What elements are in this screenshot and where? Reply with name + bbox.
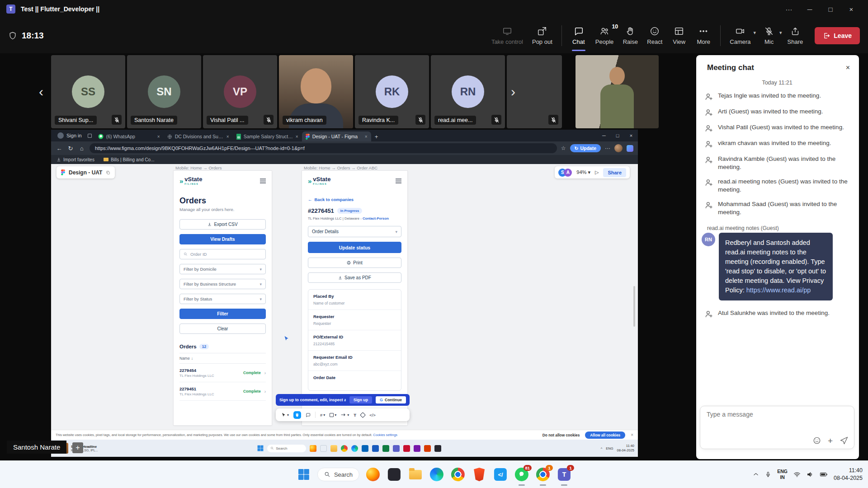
maximize-button[interactable]: □: [820, 0, 841, 18]
app-icon[interactable]: [393, 445, 400, 452]
home-icon[interactable]: ⌂: [78, 145, 85, 152]
filter-button[interactable]: Filter: [179, 309, 266, 319]
hamburger-menu-icon[interactable]: [260, 178, 266, 183]
react-button[interactable]: React: [642, 24, 667, 47]
participant-tile-video[interactable]: [576, 55, 659, 128]
chat-button[interactable]: Chat: [566, 24, 591, 47]
app-icon[interactable]: [320, 445, 327, 452]
browser-profile-button[interactable]: Sign in: [54, 132, 85, 139]
participant-tile[interactable]: VP Vishal Patil ...: [203, 55, 277, 128]
pop-out-button[interactable]: Pop out: [528, 24, 557, 47]
hamburger-menu-icon[interactable]: [396, 178, 401, 183]
orders-name-column-header[interactable]: Name↓: [179, 353, 266, 364]
emoji-icon[interactable]: [813, 436, 821, 445]
strip-scroll-left-button[interactable]: ‹: [34, 83, 48, 100]
privacy-policy-link[interactable]: https://www.read.ai/pp: [746, 286, 811, 294]
mic-button[interactable]: Mic: [757, 24, 781, 47]
clock[interactable]: 11:4008-04-2025: [617, 444, 634, 453]
browser-maximize-button[interactable]: □: [611, 130, 624, 141]
tray-chevron-icon[interactable]: ^: [601, 446, 603, 450]
filter-business-structure-select[interactable]: Filter by Business Structure▾: [179, 279, 266, 289]
app-icon[interactable]: [403, 445, 410, 452]
tab-close-icon[interactable]: ×: [296, 134, 298, 139]
view-button[interactable]: View: [667, 24, 691, 47]
order-id-search-input[interactable]: Order ID: [179, 249, 266, 259]
vertical-tabs-icon[interactable]: [85, 131, 94, 140]
filter-domicile-select[interactable]: Filter by Domicile▾: [179, 264, 266, 274]
deny-cookies-button[interactable]: Do not allow cookies: [542, 433, 580, 437]
browser-tab-active[interactable]: Design - UAT - Figma ×: [302, 131, 371, 141]
language-indicator[interactable]: ENG: [606, 446, 613, 450]
present-play-icon[interactable]: ▷: [595, 169, 599, 175]
view-drafts-button[interactable]: View Drafts: [179, 234, 266, 244]
order-details-select[interactable]: Order Details▾: [308, 226, 401, 237]
taskbar-app-edge[interactable]: [429, 467, 444, 482]
more-button[interactable]: More: [691, 24, 716, 47]
wifi-icon[interactable]: [793, 471, 801, 478]
taskbar-app-firefox[interactable]: [365, 467, 381, 482]
browser-tab[interactable]: Sample Salary Structure with cal... ×: [233, 131, 302, 141]
message-input[interactable]: [707, 411, 848, 418]
language-switcher[interactable]: ENGIN: [777, 469, 788, 480]
clear-button[interactable]: Clear: [179, 324, 266, 334]
import-favorites-button[interactable]: Import favorites: [57, 157, 94, 162]
copilot-sidebar-icon[interactable]: [627, 145, 633, 152]
tab-close-icon[interactable]: ×: [365, 134, 368, 139]
cookie-close-icon[interactable]: ×: [631, 432, 633, 437]
move-tool-icon[interactable]: ▾: [281, 413, 289, 418]
copy-icon[interactable]: [106, 170, 110, 175]
leave-button[interactable]: Leave: [815, 27, 860, 44]
component-tool-icon[interactable]: [361, 413, 365, 417]
update-status-button[interactable]: Update status: [308, 242, 401, 253]
share-button[interactable]: Share: [783, 24, 808, 47]
tab-close-icon[interactable]: ×: [226, 134, 229, 139]
google-continue-button[interactable]: GContinue: [376, 396, 406, 404]
app-icon[interactable]: [362, 445, 368, 452]
app-icon[interactable]: [414, 445, 420, 452]
app-icon[interactable]: [351, 445, 358, 452]
avatar[interactable]: A: [564, 169, 572, 177]
order-row[interactable]: 2279454TL Flex Holdings LLC Complete ›: [179, 364, 266, 382]
new-tab-button[interactable]: +: [375, 133, 378, 140]
attach-plus-icon[interactable]: +: [828, 436, 833, 445]
app-icon[interactable]: [372, 445, 379, 452]
raise-hand-button[interactable]: Raise: [618, 24, 642, 47]
titlebar-more-icon[interactable]: ···: [778, 0, 799, 18]
app-icon[interactable]: [330, 445, 337, 452]
participant-tile[interactable]: SN Santosh Narate: [127, 55, 201, 128]
app-icon[interactable]: [341, 445, 348, 452]
minimize-button[interactable]: ─: [799, 0, 820, 18]
app-icon[interactable]: [382, 445, 389, 452]
url-field[interactable]: https://www.figma.com/design/9BKQ0FOHRWa…: [90, 143, 557, 153]
figma-frame-label[interactable]: Mobile: Home → Orders → Order ABC: [304, 165, 377, 170]
browser-menu-icon[interactable]: ···: [605, 145, 610, 151]
app-icon[interactable]: [424, 445, 431, 452]
participant-tile[interactable]: RN read.ai mee...: [431, 55, 505, 128]
volume-icon[interactable]: [807, 471, 814, 478]
browser-tab[interactable]: DC Divisions and Surroundings ×: [164, 131, 233, 141]
participant-tile[interactable]: vikram chavan: [279, 55, 353, 128]
contact-person-link[interactable]: Contact-Person: [363, 216, 389, 221]
back-icon[interactable]: ←: [56, 145, 63, 152]
tray-mic-icon[interactable]: [765, 471, 771, 478]
chat-message-list[interactable]: Today 11:21 Tejas Ingle was invited to t…: [696, 75, 859, 402]
allow-cookies-button[interactable]: Allow all cookies: [585, 432, 625, 439]
taskbar-app-teams[interactable]: T 1: [557, 467, 572, 482]
taskbar-clock[interactable]: 11:40 08-04-2025: [834, 467, 863, 482]
refresh-icon[interactable]: ↻: [67, 145, 74, 152]
save-as-pdf-button[interactable]: Save as PDF: [308, 272, 401, 283]
comment-tool-icon[interactable]: [306, 413, 311, 418]
chat-compose-box[interactable]: +: [700, 406, 854, 449]
strip-scroll-right-button[interactable]: ›: [506, 83, 520, 100]
cookie-settings-link[interactable]: Cookies settings: [373, 433, 397, 437]
text-tool-icon[interactable]: T: [354, 413, 356, 418]
windows-start-icon[interactable]: [257, 445, 264, 451]
zoom-level[interactable]: 94% ▾: [576, 169, 590, 175]
taskbar-app-file-explorer[interactable]: [408, 467, 423, 482]
browser-update-button[interactable]: ↻Update: [570, 144, 601, 152]
start-button[interactable]: [296, 467, 311, 482]
canvas-scrollbar[interactable]: [633, 286, 635, 327]
send-icon[interactable]: [840, 436, 849, 445]
taskbar-app-vscode[interactable]: </: [493, 467, 508, 482]
tray-chevron-up-icon[interactable]: [753, 471, 759, 478]
